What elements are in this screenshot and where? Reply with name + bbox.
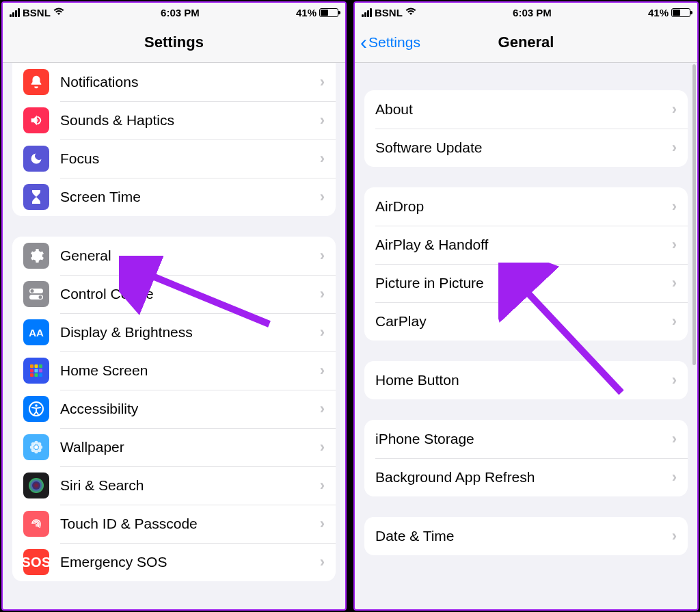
general-screen: BSNL 6:03 PM 41% ‹ Settings General Abou… bbox=[353, 1, 699, 611]
bell-icon bbox=[23, 69, 49, 95]
row-label: Background App Refresh bbox=[375, 469, 672, 485]
row-label: Notifications bbox=[60, 74, 320, 90]
chevron-right-icon: › bbox=[672, 468, 677, 486]
row-focus[interactable]: Focus › bbox=[12, 139, 336, 178]
svg-rect-6 bbox=[39, 364, 42, 368]
row-label: Picture in Picture bbox=[375, 275, 672, 291]
row-background-app-refresh[interactable]: Background App Refresh › bbox=[364, 458, 688, 496]
row-control-centre[interactable]: Control Centre › bbox=[12, 275, 336, 313]
row-display-brightness[interactable]: AA Display & Brightness › bbox=[12, 313, 336, 351]
svg-point-23 bbox=[38, 449, 42, 453]
status-bar: BSNL 6:03 PM 41% bbox=[3, 3, 345, 22]
row-label: About bbox=[375, 101, 672, 118]
svg-rect-11 bbox=[35, 373, 38, 377]
settings-group: About › Software Update › bbox=[364, 90, 688, 167]
wifi-icon bbox=[53, 7, 64, 18]
moon-icon bbox=[23, 146, 49, 172]
row-airplay-handoff[interactable]: AirPlay & Handoff › bbox=[364, 226, 688, 264]
chevron-right-icon: › bbox=[320, 515, 325, 533]
settings-group: General › Control Centre › AA Display & … bbox=[12, 237, 336, 581]
row-label: Control Centre bbox=[60, 286, 320, 302]
chevron-right-icon: › bbox=[672, 198, 677, 215]
row-label: AirPlay & Handoff bbox=[375, 237, 672, 253]
chevron-right-icon: › bbox=[320, 362, 325, 380]
svg-point-25 bbox=[32, 481, 40, 490]
chevron-right-icon: › bbox=[320, 73, 325, 91]
svg-point-22 bbox=[31, 449, 36, 453]
row-sounds-haptics[interactable]: Sounds & Haptics › bbox=[12, 101, 336, 139]
signal-icon bbox=[10, 8, 20, 17]
chevron-right-icon: › bbox=[320, 150, 325, 168]
row-label: iPhone Storage bbox=[375, 431, 672, 447]
hourglass-icon bbox=[23, 184, 49, 210]
chevron-right-icon: › bbox=[672, 236, 677, 254]
row-label: CarPlay bbox=[375, 313, 672, 330]
chevron-right-icon: › bbox=[320, 188, 325, 206]
chevron-right-icon: › bbox=[672, 101, 677, 118]
battery-percent: 41% bbox=[296, 7, 317, 18]
row-accessibility[interactable]: Accessibility › bbox=[12, 390, 336, 428]
svg-point-14 bbox=[35, 404, 38, 407]
svg-rect-10 bbox=[30, 373, 33, 377]
row-siri-search[interactable]: Siri & Search › bbox=[12, 466, 336, 505]
chevron-right-icon: › bbox=[672, 430, 677, 448]
row-screen-time[interactable]: Screen Time › bbox=[12, 178, 336, 216]
chevron-right-icon: › bbox=[320, 111, 325, 129]
gear-icon bbox=[23, 243, 49, 269]
back-button[interactable]: ‹ Settings bbox=[360, 32, 420, 53]
row-label: Sounds & Haptics bbox=[60, 112, 320, 129]
row-emergency-sos[interactable]: SOS Emergency SOS › bbox=[12, 543, 336, 581]
status-time: 6:03 PM bbox=[161, 7, 200, 18]
svg-rect-9 bbox=[39, 369, 42, 373]
row-airdrop[interactable]: AirDrop › bbox=[364, 187, 688, 226]
settings-list[interactable]: Notifications › Sounds & Haptics › Focus… bbox=[3, 63, 345, 609]
switches-icon bbox=[23, 281, 49, 307]
svg-rect-7 bbox=[30, 369, 33, 373]
svg-point-20 bbox=[31, 442, 36, 447]
scroll-indicator[interactable] bbox=[692, 64, 696, 365]
svg-rect-8 bbox=[35, 369, 38, 373]
row-label: Siri & Search bbox=[60, 477, 320, 494]
row-label: General bbox=[60, 248, 320, 264]
chevron-right-icon: › bbox=[672, 527, 677, 545]
svg-point-21 bbox=[38, 442, 42, 447]
row-general[interactable]: General › bbox=[12, 237, 336, 275]
svg-rect-4 bbox=[30, 364, 33, 368]
chevron-right-icon: › bbox=[320, 438, 325, 456]
row-software-update[interactable]: Software Update › bbox=[364, 129, 688, 167]
sos-icon: SOS bbox=[23, 549, 49, 575]
battery-icon bbox=[319, 8, 338, 17]
row-home-button[interactable]: Home Button › bbox=[364, 361, 688, 399]
settings-group: Home Button › bbox=[364, 361, 688, 399]
text-size-icon: AA bbox=[23, 319, 49, 345]
page-title: General bbox=[498, 34, 554, 51]
siri-icon bbox=[23, 473, 49, 498]
battery-percent: 41% bbox=[648, 7, 669, 18]
row-label: Accessibility bbox=[60, 401, 320, 417]
status-time: 6:03 PM bbox=[513, 7, 552, 18]
row-wallpaper[interactable]: Wallpaper › bbox=[12, 428, 336, 466]
row-about[interactable]: About › bbox=[364, 90, 688, 129]
row-carplay[interactable]: CarPlay › bbox=[364, 302, 688, 341]
status-bar: BSNL 6:03 PM 41% bbox=[355, 3, 697, 22]
chevron-right-icon: › bbox=[320, 477, 325, 494]
row-picture-in-picture[interactable]: Picture in Picture › bbox=[364, 264, 688, 302]
row-label: Software Update bbox=[375, 139, 672, 156]
chevron-left-icon: ‹ bbox=[360, 32, 367, 53]
chevron-right-icon: › bbox=[320, 400, 325, 418]
row-home-screen[interactable]: Home Screen › bbox=[12, 351, 336, 390]
carrier-label: BSNL bbox=[375, 7, 403, 18]
chevron-right-icon: › bbox=[672, 274, 677, 292]
row-iphone-storage[interactable]: iPhone Storage › bbox=[364, 420, 688, 458]
settings-group: AirDrop › AirPlay & Handoff › Picture in… bbox=[364, 187, 688, 341]
settings-screen: BSNL 6:03 PM 41% Settings Notifications … bbox=[1, 1, 347, 611]
general-list[interactable]: About › Software Update › AirDrop › AirP… bbox=[355, 63, 697, 609]
svg-rect-12 bbox=[39, 373, 42, 377]
svg-point-3 bbox=[39, 295, 42, 299]
accessibility-icon bbox=[23, 396, 49, 422]
row-notifications[interactable]: Notifications › bbox=[12, 63, 336, 101]
back-label: Settings bbox=[368, 34, 420, 51]
row-touch-id-passcode[interactable]: Touch ID & Passcode › bbox=[12, 505, 336, 543]
row-date-time[interactable]: Date & Time › bbox=[364, 517, 688, 555]
row-label: Wallpaper bbox=[60, 439, 320, 455]
